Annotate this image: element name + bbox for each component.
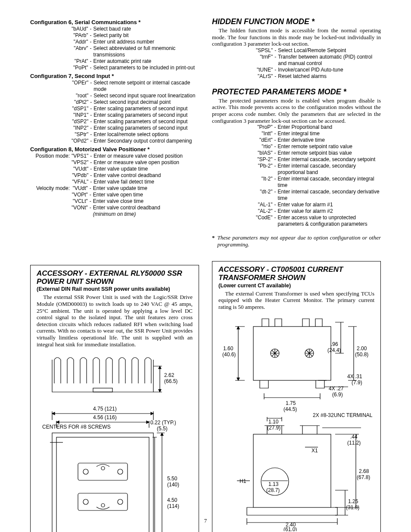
param-row: "dErt"-Enter derivative time [255,137,381,143]
param-trailer: (minimum on time) [92,211,161,218]
dim-287: (28.7) [266,487,280,493]
param-row: "dPt2"-Select second input decimal point [30,99,199,106]
row-lead [30,32,71,39]
param-row: "SP-2"-Enter internal cascade, secondary… [255,156,381,163]
dim-114: (114) [167,503,179,509]
param-row: "PArb"-Select parity bit [30,32,199,39]
row-lead: Position mode: [30,153,71,159]
param-dash: - [274,54,277,67]
config7-title: Configuration 7, Second Input * [30,73,199,79]
row-lead [30,192,71,198]
param-desc: Enter remote setpoint bias value [277,150,381,156]
dim-160: 1.60 [223,345,234,352]
param-dash: - [274,124,277,131]
ct-dimension-figure: 1.60 (40.6) .96 (24.4) 2.00 (50.8) 4X .3… [219,314,374,531]
param-code: "SP-2" [255,156,274,163]
param-dash: - [274,131,277,137]
param-dash: - [89,125,93,131]
row-lead [30,58,71,65]
param-dash: - [89,118,93,125]
row-lead [30,159,71,166]
param-dash: - [89,138,93,144]
param-desc: Transfer between automatic (PID) control… [277,54,381,67]
dim-140: (140) [167,482,179,488]
dim-79: (7.9) [352,380,362,386]
accessory-ssr-para: The external SSR Power Unit is used with… [37,294,193,348]
param-dash: - [89,112,93,118]
param-code: "dErt" [255,137,274,143]
svg-rect-4 [78,493,128,510]
param-row: "dSP1"-Enter scaling parameters of secon… [30,106,199,112]
param-dash: - [274,67,277,73]
param-code: "SPSL" [255,47,274,54]
param-dash: - [89,192,92,198]
config8-position-table: Position mode:"VPS1"-Enter or measure va… [30,153,184,185]
svg-point-7 [83,499,88,504]
param-desc: Enter unit address number [93,39,199,45]
param-dash: - [274,137,277,143]
dim-406: (40.6) [222,352,236,358]
param-desc: Enter valve control deadband [93,172,184,179]
param-desc: Enter scaling parameters of second input [93,112,199,118]
param-row: "OPd2"-Enter Secondary output control da… [30,138,199,144]
param-dash: - [89,65,93,71]
config8-vel-body: Velocity mode:"VUdt"-Enter valve update … [30,185,161,218]
param-code: "VPS1" [71,153,89,159]
param-code: "PoPt" [71,65,89,71]
param-code: "VUdt" [71,185,89,192]
param-code: "root" [71,93,89,99]
param-dash: - [274,163,277,176]
dim-112: (11.2) [347,440,361,446]
param-code: "Pb-2" [255,163,274,176]
dim-44: .44 [350,434,358,440]
param-code: "Addr" [71,39,89,45]
param-row: "Intt"-Enter integral time [255,131,381,137]
dim-610: (61.0) [283,526,297,531]
param-code: "VOPt" [71,192,89,198]
param-desc: Enter or measure valve closed position [93,153,184,159]
param-code: "INP2" [71,125,89,131]
param-desc: Enter internal cascade, secondary propor… [277,163,381,176]
param-row: "bIAS"-Enter remote setpoint bias value [255,150,381,156]
dim-4-56: 4.56 (116) [93,414,117,420]
row-lead [30,106,71,112]
param-row: "Pb-2"-Enter internal cascade, secondary… [255,163,381,176]
param-code: "VCLt" [71,198,89,205]
param-dash: - [274,202,277,208]
param-dash: - [89,99,93,106]
dim-125: 1.25 [348,498,358,504]
two-column-layout: Configuration 6, Serial Communications *… [30,17,381,532]
param-dash: - [89,32,93,39]
protected-mode-para: The protected parameters mode is enabled… [212,97,381,124]
param-dash: - [89,106,93,112]
param-dash: - [274,47,277,54]
param-code: "dt-2" [255,189,274,202]
param-desc: Select Local/Remote Setpoint [277,47,381,54]
svg-point-6 [118,469,123,474]
param-desc: Enter internal cascade, secondary setpoi… [277,156,381,163]
param-code: "ProP" [255,124,274,131]
param-desc: Reset latched alarms [277,73,381,80]
param-desc: Enter local/remote select options [93,131,199,138]
param-code: "PArb" [71,32,89,39]
dim-69: (6.9) [332,392,343,398]
dim-4x27: 4X .27 [329,386,344,392]
param-row: "SPtr"-Enter local/remote select options [30,131,199,138]
param-code: "Intt" [255,131,274,137]
param-desc: Enter valve fail detect time [93,179,184,185]
param-code: "trnF" [255,54,274,67]
accessory-ssr-subtitle: (External DIN Rail mount SSR power units… [37,286,193,292]
param-row: "ALrS"-Reset latched alarms [255,73,381,80]
param-dash: - [89,26,93,32]
param-desc: Enter internal cascade, secondary integr… [277,176,381,189]
param-row: "trnF"-Transfer between automatic (PID) … [255,54,381,67]
param-desc: Enter derivative time [277,137,381,143]
row-lead [30,65,71,71]
hidden-mode-body: "SPSL"-Select Local/Remote Setpoint"trnF… [255,47,381,80]
row-lead [30,166,71,172]
param-row: "dSP2"-Enter scaling parameters of secon… [30,118,199,125]
param-row: "Addr"-Enter unit address number [30,39,199,45]
accessory-ssr-title: ACCESSORY - EXTERNAL RLY50000 SSR POWER … [37,270,193,286]
dim-450: 4.50 [167,497,177,503]
param-row: "dt-2"-Enter internal cascade, secondary… [255,189,381,202]
